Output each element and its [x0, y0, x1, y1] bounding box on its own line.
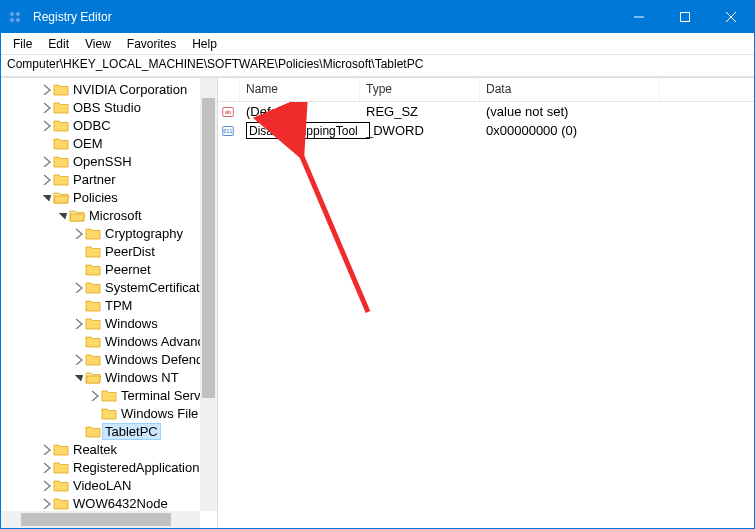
- folder-icon: [53, 118, 69, 132]
- col-type[interactable]: Type: [360, 78, 480, 101]
- tree-node[interactable]: Peernet: [1, 260, 217, 278]
- value-name[interactable]: [240, 122, 360, 139]
- tree-node-label: Microsoft: [89, 208, 142, 223]
- values-pane: Name Type Data (Default)REG_SZ(value not…: [218, 78, 754, 528]
- annotation-arrow: [218, 102, 518, 362]
- chevron-right-icon[interactable]: [39, 172, 53, 186]
- tree-vert-scrollbar[interactable]: [200, 78, 217, 511]
- tree-node[interactable]: Policies: [1, 188, 217, 206]
- folder-icon: [85, 298, 101, 312]
- value-row[interactable]: _DWORD0x00000000 (0): [218, 121, 754, 140]
- tree-node-label: Windows Defender: [105, 352, 211, 367]
- tree-node-label: Realtek: [73, 442, 117, 457]
- tree-node-label: Peernet: [105, 262, 151, 277]
- menu-edit[interactable]: Edit: [40, 35, 77, 53]
- folder-icon: [85, 424, 101, 438]
- tree-node-label: Windows File Protection: [121, 406, 211, 421]
- chevron-right-icon[interactable]: [71, 280, 85, 294]
- tree-node[interactable]: OpenSSH: [1, 152, 217, 170]
- chevron-down-icon[interactable]: [55, 208, 69, 222]
- tree-node-label: WOW6432Node: [73, 496, 168, 511]
- tree-node-label: OEM: [73, 136, 103, 151]
- tree-node[interactable]: Partner: [1, 170, 217, 188]
- tree-node[interactable]: Windows File Protection: [1, 404, 217, 422]
- tree-node[interactable]: VideoLAN: [1, 476, 217, 494]
- folder-icon: [53, 460, 69, 474]
- tree-node[interactable]: OBS Studio: [1, 98, 217, 116]
- tree-node[interactable]: WOW6432Node: [1, 494, 217, 512]
- split-pane: NVIDIA CorporationOBS StudioODBCOEMOpenS…: [1, 77, 754, 528]
- folder-icon: [101, 406, 117, 420]
- chevron-right-icon[interactable]: [39, 154, 53, 168]
- minimize-button[interactable]: [616, 1, 662, 33]
- menu-view[interactable]: View: [77, 35, 119, 53]
- menu-help[interactable]: Help: [184, 35, 225, 53]
- folder-icon: [53, 442, 69, 456]
- chevron-right-icon[interactable]: [87, 388, 101, 402]
- svg-rect-3: [16, 18, 20, 22]
- svg-rect-2: [16, 12, 20, 16]
- tree-node[interactable]: Windows Defender: [1, 350, 217, 368]
- chevron-right-icon[interactable]: [71, 226, 85, 240]
- folder-icon: [53, 478, 69, 492]
- tree-node[interactable]: NVIDIA Corporation: [1, 80, 217, 98]
- dword-value-icon: [218, 124, 240, 138]
- folder-icon: [85, 280, 101, 294]
- rename-input[interactable]: [246, 122, 370, 139]
- folder-icon: [53, 172, 69, 186]
- tree-node[interactable]: ODBC: [1, 116, 217, 134]
- value-row[interactable]: (Default)REG_SZ(value not set): [218, 102, 754, 121]
- chevron-right-icon[interactable]: [39, 496, 53, 510]
- tree-node[interactable]: Cryptography: [1, 224, 217, 242]
- chevron-right-icon[interactable]: [39, 460, 53, 474]
- list-body[interactable]: (Default)REG_SZ(value not set)_DWORD0x00…: [218, 102, 754, 528]
- tree-pane[interactable]: NVIDIA CorporationOBS StudioODBCOEMOpenS…: [1, 78, 218, 528]
- menu-file[interactable]: File: [5, 35, 40, 53]
- tree-node-label: VideoLAN: [73, 478, 131, 493]
- tree-node-label: OpenSSH: [73, 154, 132, 169]
- tree-node[interactable]: Windows NT: [1, 368, 217, 386]
- chevron-right-icon[interactable]: [39, 100, 53, 114]
- address-bar[interactable]: Computer\HKEY_LOCAL_MACHINE\SOFTWARE\Pol…: [1, 55, 754, 77]
- tree-node-label: TabletPC: [103, 424, 160, 439]
- tree-node[interactable]: TabletPC: [1, 422, 217, 440]
- tree-node[interactable]: RegisteredApplications: [1, 458, 217, 476]
- tree-node-label: SystemCertificates: [105, 280, 211, 295]
- chevron-right-icon[interactable]: [39, 118, 53, 132]
- window-title: Registry Editor: [33, 10, 112, 24]
- chevron-right-icon[interactable]: [71, 316, 85, 330]
- col-name[interactable]: Name: [240, 78, 360, 101]
- folder-icon: [85, 316, 101, 330]
- tree-node[interactable]: Windows: [1, 314, 217, 332]
- chevron-right-icon[interactable]: [39, 442, 53, 456]
- col-data[interactable]: Data: [480, 78, 660, 101]
- list-header[interactable]: Name Type Data: [218, 78, 754, 102]
- tree-node-label: Cryptography: [105, 226, 183, 241]
- tree-node[interactable]: OEM: [1, 134, 217, 152]
- chevron-right-icon[interactable]: [39, 82, 53, 96]
- value-data: (value not set): [480, 104, 660, 119]
- close-button[interactable]: [708, 1, 754, 33]
- tree-node[interactable]: Microsoft: [1, 206, 217, 224]
- tree-node[interactable]: PeerDist: [1, 242, 217, 260]
- folder-icon: [53, 154, 69, 168]
- chevron-right-icon[interactable]: [71, 352, 85, 366]
- tree-node[interactable]: TPM: [1, 296, 217, 314]
- folder-icon: [53, 82, 69, 96]
- tree-node-label: OBS Studio: [73, 100, 141, 115]
- tree-horiz-scrollbar[interactable]: [1, 511, 200, 528]
- tree-node[interactable]: Realtek: [1, 440, 217, 458]
- maximize-button[interactable]: [662, 1, 708, 33]
- tree-node[interactable]: SystemCertificates: [1, 278, 217, 296]
- value-name: (Default): [240, 104, 360, 119]
- tree-node[interactable]: Terminal Services: [1, 386, 217, 404]
- menubar: FileEditViewFavoritesHelp: [1, 33, 754, 55]
- chevron-right-icon[interactable]: [39, 478, 53, 492]
- tree-node[interactable]: Windows Advanced Threat Protection: [1, 332, 217, 350]
- chevron-down-icon[interactable]: [39, 190, 53, 204]
- svg-rect-0: [10, 12, 14, 16]
- value-data: 0x00000000 (0): [480, 123, 660, 138]
- chevron-down-icon[interactable]: [71, 370, 85, 384]
- menu-favorites[interactable]: Favorites: [119, 35, 184, 53]
- tree-node-label: Windows: [105, 316, 158, 331]
